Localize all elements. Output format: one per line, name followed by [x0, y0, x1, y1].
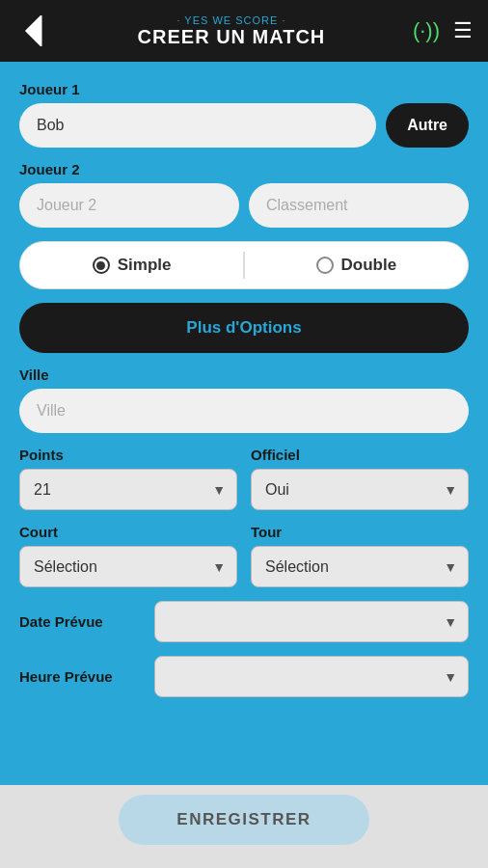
court-select[interactable]: Sélection Court 1 Court 2 [19, 546, 237, 587]
menu-icon[interactable]: ☰ [453, 18, 473, 43]
points-label: Points [19, 447, 237, 463]
simple-radio[interactable] [93, 257, 110, 274]
date-prevue-select-wrapper: ▼ [154, 601, 469, 642]
heure-prevue-select[interactable] [154, 656, 469, 697]
points-select[interactable]: 21 11 15 [19, 469, 237, 510]
ville-input[interactable] [19, 389, 469, 433]
joueur2-section: Joueur 2 [19, 161, 469, 228]
points-officiel-row: Points 21 11 15 ▼ Officiel Oui Non ▼ [19, 447, 469, 510]
court-select-wrapper: Sélection Court 1 Court 2 ▼ [19, 546, 237, 587]
tour-select[interactable]: Sélection Tour 1 Tour 2 [251, 546, 469, 587]
joueur1-label: Joueur 1 [19, 81, 469, 97]
double-label: Double [341, 256, 397, 275]
double-radio[interactable] [316, 257, 334, 274]
officiel-col: Officiel Oui Non ▼ [251, 447, 469, 510]
court-label: Court [19, 524, 237, 540]
date-prevue-label: Date Prévue [19, 613, 145, 630]
bottom-bar: ENREGISTRER [0, 785, 488, 868]
ville-section: Ville [19, 366, 469, 433]
svg-marker-0 [27, 17, 41, 44]
joueur1-section: Joueur 1 Autre [19, 81, 469, 148]
double-option[interactable]: Double [245, 242, 468, 288]
tour-select-wrapper: Sélection Tour 1 Tour 2 ▼ [251, 546, 469, 587]
officiel-select-wrapper: Oui Non ▼ [251, 469, 469, 510]
date-prevue-select[interactable] [154, 601, 469, 642]
match-type-group: Simple Double [19, 241, 469, 289]
main-content: Joueur 1 Autre Joueur 2 Simple Double Pl… [0, 62, 488, 868]
joueur1-row: Autre [19, 103, 469, 148]
date-prevue-row: Date Prévue ▼ [19, 601, 469, 642]
points-select-wrapper: 21 11 15 ▼ [19, 469, 237, 510]
joueur2-label: Joueur 2 [19, 161, 469, 177]
header-subtitle: · YES WE SCORE · [50, 14, 413, 26]
heure-prevue-label: Heure Prévue [19, 668, 145, 685]
tour-col: Tour Sélection Tour 1 Tour 2 ▼ [251, 524, 469, 587]
officiel-select[interactable]: Oui Non [251, 469, 469, 510]
court-col: Court Sélection Court 1 Court 2 ▼ [19, 524, 237, 587]
officiel-label: Officiel [251, 447, 469, 463]
header-title: CREER UN MATCH [50, 26, 413, 48]
joueur2-rank-input[interactable] [249, 183, 469, 228]
enregistrer-button[interactable]: ENREGISTRER [119, 795, 369, 845]
simple-option[interactable]: Simple [20, 242, 243, 288]
header-right: (·)) ☰ [413, 18, 473, 43]
heure-prevue-row: Heure Prévue ▼ [19, 656, 469, 697]
joueur1-input[interactable] [19, 103, 376, 148]
autre-button[interactable]: Autre [386, 103, 469, 148]
options-button[interactable]: Plus d'Options [19, 303, 469, 353]
back-button[interactable] [15, 14, 50, 48]
heure-prevue-select-wrapper: ▼ [154, 656, 469, 697]
header: · YES WE SCORE · CREER UN MATCH (·)) ☰ [0, 0, 488, 62]
tour-label: Tour [251, 524, 469, 540]
joueur2-row [19, 183, 469, 228]
ville-label: Ville [19, 366, 469, 383]
court-tour-row: Court Sélection Court 1 Court 2 ▼ Tour S… [19, 524, 469, 587]
wifi-icon: (·)) [413, 18, 440, 43]
header-center: · YES WE SCORE · CREER UN MATCH [50, 14, 413, 48]
points-col: Points 21 11 15 ▼ [19, 447, 237, 510]
simple-label: Simple [118, 256, 172, 275]
joueur2-name-input[interactable] [19, 183, 239, 228]
